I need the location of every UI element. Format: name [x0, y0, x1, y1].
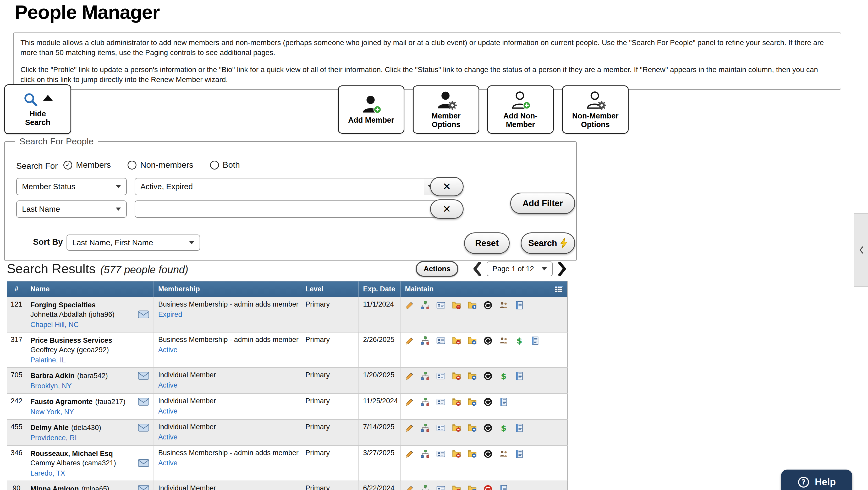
member-options-button[interactable]: Member Options	[413, 85, 479, 134]
folder-remove-icon[interactable]	[452, 372, 461, 380]
folder-remove-icon[interactable]	[452, 301, 461, 310]
folder-remove-icon[interactable]	[452, 485, 461, 490]
location-link[interactable]: Laredo, TX	[30, 469, 65, 478]
edit-icon[interactable]	[405, 336, 414, 345]
profile-card-icon[interactable]	[436, 398, 445, 406]
sort-by-select[interactable]: Last Name, First Name	[66, 235, 200, 251]
renew-icon[interactable]	[484, 372, 492, 380]
location-link[interactable]: Palatine, IL	[30, 356, 66, 364]
folder-transfer-icon[interactable]	[468, 372, 477, 380]
ledger-icon[interactable]	[515, 424, 524, 432]
radio-selected-icon[interactable]: ✓	[63, 161, 72, 170]
household-icon[interactable]	[499, 301, 508, 310]
renew-icon[interactable]	[484, 449, 492, 458]
folder-remove-icon[interactable]	[452, 398, 461, 406]
org-chart-icon[interactable]	[421, 301, 430, 310]
folder-transfer-icon[interactable]	[468, 301, 477, 310]
status-link[interactable]: Active	[158, 407, 178, 415]
radio-non-members[interactable]: Non-members	[128, 160, 193, 170]
edit-icon[interactable]	[405, 398, 414, 406]
radio-unselected-icon[interactable]	[210, 161, 219, 170]
folder-transfer-icon[interactable]	[468, 424, 477, 432]
actions-button[interactable]: Actions	[416, 261, 458, 277]
add-member-button[interactable]: Add Member	[338, 85, 404, 134]
filter-value-input-2[interactable]	[135, 201, 437, 218]
mail-icon[interactable]	[138, 459, 149, 467]
edit-icon[interactable]	[405, 301, 414, 310]
household-icon[interactable]	[499, 449, 508, 458]
prev-page-icon[interactable]	[472, 262, 482, 276]
renew-icon[interactable]	[484, 301, 492, 310]
add-filter-button[interactable]: Add Filter	[510, 192, 575, 214]
renew-icon[interactable]	[484, 336, 492, 345]
status-link[interactable]: Active	[158, 433, 178, 441]
help-button[interactable]: ? Help	[781, 469, 852, 490]
ledger-icon[interactable]	[515, 449, 524, 458]
profile-card-icon[interactable]	[436, 449, 445, 458]
status-link[interactable]: Expired	[158, 310, 182, 318]
radio-members[interactable]: ✓Members	[63, 160, 111, 170]
billing-dollar-icon[interactable]: $	[499, 372, 508, 380]
org-chart-icon[interactable]	[421, 372, 430, 380]
edit-icon[interactable]	[405, 449, 414, 458]
ledger-icon[interactable]	[499, 485, 508, 490]
non-member-options-button[interactable]: Non-Member Options	[562, 85, 629, 134]
org-chart-icon[interactable]	[421, 485, 430, 490]
folder-remove-icon[interactable]	[452, 449, 461, 458]
ledger-icon[interactable]	[515, 301, 524, 310]
edit-icon[interactable]	[405, 485, 414, 490]
billing-dollar-icon[interactable]: $	[499, 424, 508, 432]
location-link[interactable]: New York, NY	[30, 408, 74, 416]
mail-icon[interactable]	[138, 372, 149, 380]
add-non-member-button[interactable]: Add Non-Member	[487, 85, 554, 134]
folder-transfer-icon[interactable]	[468, 485, 477, 490]
org-chart-icon[interactable]	[421, 398, 430, 406]
folder-remove-icon[interactable]	[452, 424, 461, 432]
status-link[interactable]: Active	[158, 346, 178, 354]
location-link[interactable]: Chapel Hill, NC	[30, 321, 79, 329]
status-link[interactable]: Active	[158, 381, 178, 389]
status-link[interactable]: Active	[158, 459, 178, 467]
mail-icon[interactable]	[138, 310, 149, 318]
folder-transfer-icon[interactable]	[468, 449, 477, 458]
folder-remove-icon[interactable]	[452, 336, 461, 345]
filter-field-select-1[interactable]: Member Status	[16, 178, 127, 195]
collapse-panel-tab[interactable]	[854, 213, 868, 287]
reset-button[interactable]: Reset	[464, 233, 510, 254]
folder-transfer-icon[interactable]	[468, 398, 477, 406]
radio-both[interactable]: Both	[210, 160, 240, 170]
org-chart-icon[interactable]	[421, 336, 430, 345]
mail-icon[interactable]	[138, 398, 149, 406]
search-button[interactable]: Search	[521, 233, 575, 254]
mail-icon[interactable]	[138, 424, 149, 432]
edit-icon[interactable]	[405, 424, 414, 432]
renew-expired-icon[interactable]	[484, 485, 492, 490]
location-link[interactable]: Providence, RI	[30, 434, 77, 442]
edit-icon[interactable]	[405, 372, 414, 380]
remove-filter-button-2[interactable]: ✕	[430, 200, 464, 219]
billing-dollar-icon[interactable]: $	[515, 336, 524, 345]
hide-search-button[interactable]: Hide Search	[4, 84, 71, 134]
location-link[interactable]: Brooklyn, NY	[30, 382, 72, 390]
ledger-icon[interactable]	[515, 372, 524, 380]
grid-icon[interactable]	[554, 284, 563, 294]
org-chart-icon[interactable]	[421, 424, 430, 432]
ledger-icon[interactable]	[499, 398, 508, 406]
folder-transfer-icon[interactable]	[468, 336, 477, 345]
profile-card-icon[interactable]	[436, 372, 445, 380]
profile-card-icon[interactable]	[436, 485, 445, 490]
filter-field-select-2[interactable]: Last Name	[16, 201, 127, 218]
radio-unselected-icon[interactable]	[128, 161, 136, 170]
renew-icon[interactable]	[484, 398, 492, 406]
page-select[interactable]: Page 1 of 12	[487, 262, 553, 276]
profile-card-icon[interactable]	[436, 424, 445, 432]
org-chart-icon[interactable]	[421, 449, 430, 458]
next-page-icon[interactable]	[557, 262, 567, 276]
renew-icon[interactable]	[484, 424, 492, 432]
household-icon[interactable]	[499, 336, 508, 345]
ledger-icon[interactable]	[531, 336, 539, 345]
profile-card-icon[interactable]	[436, 336, 445, 345]
filter-value-select-1[interactable]: Active, Expired	[135, 178, 437, 195]
mail-icon[interactable]	[138, 485, 149, 490]
profile-card-icon[interactable]	[436, 301, 445, 310]
